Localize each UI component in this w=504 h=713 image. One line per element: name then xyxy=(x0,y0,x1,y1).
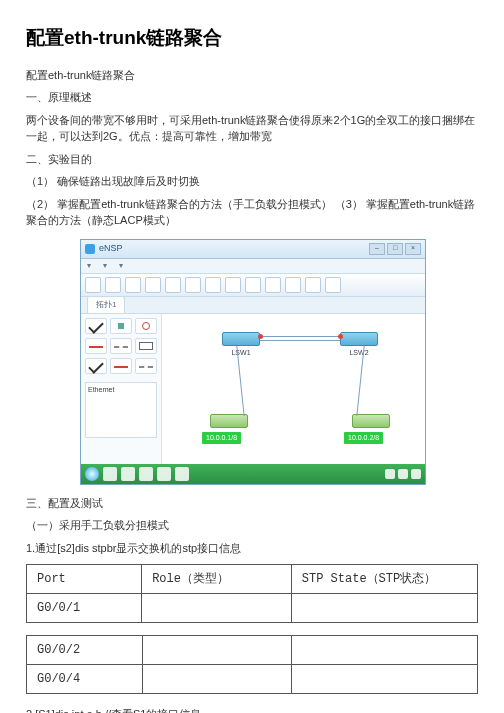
intro-line: 配置eth-trunk链路聚合 xyxy=(26,67,478,84)
topology-tab[interactable]: 拓扑1 xyxy=(87,296,125,313)
tool-stop-icon[interactable] xyxy=(225,277,241,293)
tool-open-icon[interactable] xyxy=(105,277,121,293)
switch-icon xyxy=(222,332,260,346)
tool-undo-icon[interactable] xyxy=(145,277,161,293)
cell-state xyxy=(291,594,477,623)
tool-palette-icon[interactable] xyxy=(285,277,301,293)
section-3-heading: 三、配置及测试 xyxy=(26,495,478,512)
device-lsw1[interactable]: LSW1 xyxy=(222,332,260,359)
cell-state xyxy=(292,665,478,694)
tool-zoom-icon[interactable] xyxy=(185,277,201,293)
stp-table-1: Port Role（类型） STP State（STP状态） G0/0/1 xyxy=(26,564,478,623)
section-3-sub1: （一）采用手工负载分担模式 xyxy=(26,517,478,534)
palette-item-icon[interactable] xyxy=(85,358,107,374)
cell-port: G0/0/1 xyxy=(27,594,142,623)
palette-auto-icon[interactable] xyxy=(135,338,157,354)
cell-role xyxy=(143,636,292,665)
step-1: 1.通过[s2]dis stpbr显示交换机的stp接口信息 xyxy=(26,540,478,557)
tray-icon[interactable] xyxy=(385,469,395,479)
tool-capture-icon[interactable] xyxy=(245,277,261,293)
tool-help-icon[interactable] xyxy=(325,277,341,293)
device-label: LSW1 xyxy=(222,348,260,359)
menu-item[interactable]: ▾ xyxy=(87,260,91,272)
table-row: Port Role（类型） STP State（STP状态） xyxy=(27,565,478,594)
menu-item[interactable]: ▾ xyxy=(103,260,107,272)
topology-canvas[interactable]: LSW1 LSW2 xyxy=(162,314,425,464)
app-logo-icon xyxy=(85,244,95,254)
port-dot-icon xyxy=(338,334,343,339)
app-window: eNSP – □ × ▾ ▾ ▾ xyxy=(80,239,426,485)
task-icon[interactable] xyxy=(103,467,117,481)
workspace: Ethernet LSW1 LSW2 xyxy=(81,314,425,464)
th-role: Role（类型） xyxy=(142,565,292,594)
title-bar: eNSP – □ × xyxy=(81,240,425,259)
palette-copper-icon[interactable] xyxy=(85,338,107,354)
tool-delete-icon[interactable] xyxy=(305,277,321,293)
section-2-item-1: （1） 确保链路出现故障后及时切换 xyxy=(26,173,478,190)
th-state: STP State（STP状态） xyxy=(291,565,477,594)
menu-item[interactable]: ▾ xyxy=(119,260,123,272)
tool-text-icon[interactable] xyxy=(265,277,281,293)
ip-label-2: 10.0.0.2/8 xyxy=(344,432,383,445)
section-1-heading: 一、原理概述 xyxy=(26,89,478,106)
router-icon xyxy=(352,414,390,428)
switch-icon xyxy=(340,332,378,346)
cell-role xyxy=(142,594,292,623)
cell-state xyxy=(292,636,478,665)
close-button[interactable]: × xyxy=(405,243,421,255)
tab-strip: 拓扑1 xyxy=(81,297,425,314)
tool-start-icon[interactable] xyxy=(205,277,221,293)
toolbar xyxy=(81,274,425,297)
ensp-screenshot: eNSP – □ × ▾ ▾ ▾ xyxy=(80,239,424,485)
ip-label-1: 10.0.0.1/8 xyxy=(202,432,241,445)
table-row: G0/0/4 xyxy=(27,665,478,694)
cell-port: G0/0/2 xyxy=(27,636,143,665)
task-icon[interactable] xyxy=(175,467,189,481)
step-2: 2.[S1]dis int e b //查看S1的接口信息 xyxy=(26,706,478,713)
tool-new-icon[interactable] xyxy=(85,277,101,293)
table-row: G0/0/2 xyxy=(27,636,478,665)
palette-circle-icon[interactable] xyxy=(135,318,157,334)
th-port: Port xyxy=(27,565,142,594)
device-pc1[interactable] xyxy=(210,414,248,428)
start-button-icon[interactable] xyxy=(85,467,99,481)
palette-description: Ethernet xyxy=(85,382,157,438)
section-2-item-2: （2） 掌握配置eth-trunk链路聚合的方法（手工负载分担模式） （3） 掌… xyxy=(26,196,478,229)
tray-icon[interactable] xyxy=(411,469,421,479)
minimize-button[interactable]: – xyxy=(369,243,385,255)
device-palette: Ethernet xyxy=(81,314,162,464)
link-line xyxy=(260,340,340,341)
cell-port: G0/0/4 xyxy=(27,665,143,694)
section-1-body: 两个设备间的带宽不够用时，可采用eth-trunk链路聚合使得原来2个1G的全双… xyxy=(26,112,478,145)
section-2-heading: 二、实验目的 xyxy=(26,151,478,168)
port-dot-icon xyxy=(258,334,263,339)
app-title: eNSP xyxy=(99,242,123,256)
device-pc2[interactable] xyxy=(352,414,390,428)
page-title: 配置eth-trunk链路聚合 xyxy=(26,24,478,53)
router-icon xyxy=(210,414,248,428)
taskbar xyxy=(81,464,425,484)
cell-role xyxy=(143,665,292,694)
maximize-button[interactable]: □ xyxy=(387,243,403,255)
palette-shape-icon[interactable] xyxy=(110,318,132,334)
palette-item-icon[interactable] xyxy=(110,358,132,374)
task-icon[interactable] xyxy=(121,467,135,481)
tool-save-icon[interactable] xyxy=(125,277,141,293)
task-icon[interactable] xyxy=(157,467,171,481)
stp-table-2: G0/0/2 G0/0/4 xyxy=(26,635,478,694)
device-lsw2[interactable]: LSW2 xyxy=(340,332,378,359)
palette-line-icon[interactable] xyxy=(85,318,107,334)
tool-redo-icon[interactable] xyxy=(165,277,181,293)
task-icon[interactable] xyxy=(139,467,153,481)
palette-item-icon[interactable] xyxy=(135,358,157,374)
link-line xyxy=(260,336,340,337)
palette-serial-icon[interactable] xyxy=(110,338,132,354)
tray-icon[interactable] xyxy=(398,469,408,479)
menu-bar: ▾ ▾ ▾ xyxy=(81,259,425,274)
device-label: LSW2 xyxy=(340,348,378,359)
palette-label: Ethernet xyxy=(88,385,154,396)
table-row: G0/0/1 xyxy=(27,594,478,623)
